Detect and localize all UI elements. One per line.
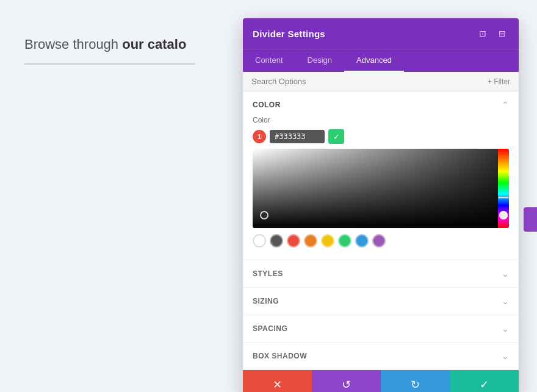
- color-section-header[interactable]: Color ⌃: [243, 91, 519, 116]
- color-section-title: Color: [253, 101, 281, 109]
- filter-button[interactable]: + Filter: [488, 77, 510, 86]
- tab-advanced[interactable]: Advanced: [344, 49, 404, 72]
- swatch-yellow[interactable]: [321, 234, 334, 248]
- save-button[interactable]: ✓: [450, 370, 519, 392]
- box-shadow-section-title: Box Shadow: [253, 352, 307, 360]
- color-swatches: [253, 232, 509, 250]
- modal-body: Color ⌃ Color 1 ✓: [243, 91, 519, 370]
- modal-header: Divider Settings ⊡ ⊟: [243, 18, 519, 49]
- modal-title: Divider Settings: [253, 29, 325, 39]
- spacing-section[interactable]: Spacing ⌄: [243, 315, 519, 343]
- gradient-picker[interactable]: [253, 149, 509, 228]
- gradient-dark-overlay: [253, 149, 498, 228]
- expand-icon[interactable]: ⊡: [476, 27, 489, 40]
- spacing-chevron-icon: ⌄: [502, 324, 509, 333]
- gradient-cursor: [260, 211, 268, 219]
- page-heading: Browse through our catalo: [24, 37, 186, 52]
- cancel-button[interactable]: ✕: [243, 370, 312, 392]
- color-confirm-button[interactable]: ✓: [328, 129, 344, 144]
- box-shadow-section[interactable]: Box Shadow ⌄: [243, 343, 519, 370]
- filter-label: + Filter: [488, 77, 510, 86]
- styles-section-title: Styles: [253, 269, 283, 278]
- page-text-bold: our catalo: [122, 37, 186, 52]
- box-shadow-chevron-icon: ⌄: [502, 351, 509, 361]
- redo-button[interactable]: ↻: [381, 370, 450, 392]
- hue-cursor: [499, 211, 508, 219]
- modal-tabs: Content Design Advanced: [243, 49, 519, 72]
- swatch-red[interactable]: [287, 234, 300, 248]
- swatch-orange[interactable]: [304, 234, 317, 248]
- hue-slider[interactable]: [498, 149, 509, 228]
- color-section: Color ⌃ Color 1 ✓: [243, 91, 519, 260]
- search-bar: + Filter: [243, 72, 519, 91]
- modal-footer: ✕ ↺ ↻ ✓: [243, 370, 519, 392]
- modal-header-icons: ⊡ ⊟: [476, 27, 509, 40]
- page-text-normal: Browse through: [24, 37, 122, 52]
- collapse-icon[interactable]: ⊟: [496, 27, 509, 40]
- swatch-green[interactable]: [338, 234, 351, 248]
- sizing-section[interactable]: Sizing ⌄: [243, 288, 519, 315]
- spacing-section-title: Spacing: [253, 324, 287, 333]
- undo-button[interactable]: ↺: [312, 370, 381, 392]
- sizing-chevron-icon: ⌄: [502, 296, 509, 306]
- gradient-main[interactable]: [253, 149, 498, 228]
- tab-content[interactable]: Content: [243, 49, 295, 72]
- swatch-blue[interactable]: [355, 234, 369, 248]
- color-chevron-up-icon: ⌃: [502, 100, 509, 110]
- styles-chevron-icon: ⌄: [502, 269, 509, 279]
- page-divider: [24, 63, 195, 65]
- color-field-label: Color: [253, 116, 509, 124]
- color-hex-input[interactable]: [270, 130, 325, 143]
- styles-section[interactable]: Styles ⌄: [243, 260, 519, 288]
- swatch-dark-gray[interactable]: [270, 234, 283, 248]
- hue-slider-thumb: [498, 196, 509, 199]
- sizing-section-title: Sizing: [253, 297, 279, 305]
- color-input-row: 1 ✓: [253, 129, 509, 144]
- swatch-white[interactable]: [253, 234, 266, 248]
- right-accent: [524, 207, 537, 232]
- color-badge: 1: [253, 130, 266, 143]
- search-input[interactable]: [251, 77, 488, 86]
- tab-design[interactable]: Design: [295, 49, 344, 72]
- divider-settings-modal: Divider Settings ⊡ ⊟ Content Design Adva…: [243, 18, 519, 392]
- swatch-purple[interactable]: [372, 234, 386, 248]
- color-picker-area: Color 1 ✓: [243, 116, 519, 260]
